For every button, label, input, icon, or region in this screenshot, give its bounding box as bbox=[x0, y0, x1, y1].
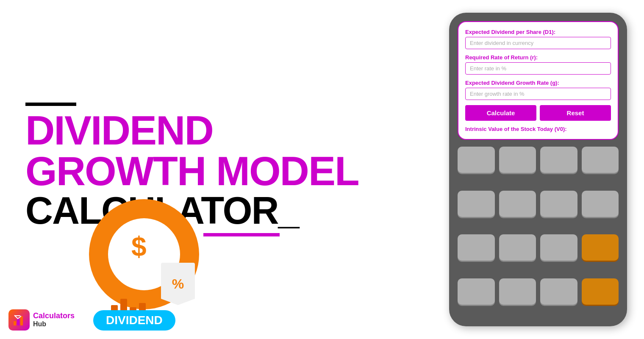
top-bar-decoration bbox=[25, 103, 76, 106]
key-4[interactable] bbox=[582, 147, 619, 173]
dollar-sign-icon: $ bbox=[131, 231, 147, 262]
rate-input[interactable] bbox=[465, 62, 611, 75]
key-5[interactable] bbox=[458, 191, 495, 217]
key-12[interactable] bbox=[458, 278, 495, 305]
dividend-label-badge: DIVIDEND bbox=[93, 310, 175, 331]
key-orange-2[interactable] bbox=[582, 278, 619, 305]
key-10[interactable] bbox=[499, 234, 536, 261]
logo-text: Calculators Hub bbox=[33, 312, 75, 328]
logo-text-top: Calculators bbox=[33, 312, 75, 320]
left-section: DIVIDEND GROWTH MODEL CALCULATOR_ $ % DI… bbox=[0, 0, 432, 339]
receipt-icon: % bbox=[161, 263, 195, 305]
key-9[interactable] bbox=[458, 234, 495, 261]
percent-sign-icon: % bbox=[172, 276, 184, 292]
title-line-1: DIVIDEND bbox=[25, 110, 407, 151]
calculator-body: Expected Dividend per Share (D1): Requir… bbox=[449, 13, 627, 326]
key-8[interactable] bbox=[582, 191, 619, 217]
svg-rect-2 bbox=[20, 316, 23, 325]
logo: Calculators Hub bbox=[8, 309, 75, 331]
calculator-screen: Expected Dividend per Share (D1): Requir… bbox=[458, 21, 619, 140]
key-11[interactable] bbox=[540, 234, 577, 261]
right-section: Expected Dividend per Share (D1): Requir… bbox=[432, 0, 644, 339]
keypad bbox=[458, 147, 619, 318]
reset-button[interactable]: Reset bbox=[540, 105, 611, 121]
dividend-illustration: $ % DIVIDEND bbox=[85, 195, 203, 331]
key-3[interactable] bbox=[540, 147, 577, 173]
growth-field-group: Expected Dividend Growth Rate (g): bbox=[465, 80, 611, 100]
growth-field-label: Expected Dividend Growth Rate (g): bbox=[465, 80, 611, 86]
dividend-field-group: Expected Dividend per Share (D1): bbox=[465, 29, 611, 49]
key-orange-1[interactable] bbox=[582, 234, 619, 261]
key-14[interactable] bbox=[540, 278, 577, 305]
rate-field-group: Required Rate of Return (r): bbox=[465, 54, 611, 75]
key-13[interactable] bbox=[499, 278, 536, 305]
key-2[interactable] bbox=[499, 147, 536, 173]
rate-field-label: Required Rate of Return (r): bbox=[465, 54, 611, 61]
svg-rect-1 bbox=[17, 319, 19, 325]
growth-input[interactable] bbox=[465, 88, 611, 100]
title-line-3: CALCULATOR_ bbox=[25, 192, 407, 230]
svg-rect-0 bbox=[14, 321, 16, 325]
title-line-2: GROWTH MODEL bbox=[25, 151, 407, 192]
key-7[interactable] bbox=[540, 191, 577, 217]
key-6[interactable] bbox=[499, 191, 536, 217]
dividend-input[interactable] bbox=[465, 37, 611, 49]
calculate-button[interactable]: Calculate bbox=[465, 105, 536, 121]
dividend-field-label: Expected Dividend per Share (D1): bbox=[465, 29, 611, 35]
logo-icon bbox=[8, 309, 30, 331]
button-row: Calculate Reset bbox=[465, 105, 611, 121]
purple-underline-decoration bbox=[203, 233, 280, 236]
key-1[interactable] bbox=[458, 147, 495, 173]
logo-text-bottom: Hub bbox=[33, 320, 75, 328]
result-label: Intrinsic Value of the Stock Today (V0): bbox=[465, 126, 611, 132]
